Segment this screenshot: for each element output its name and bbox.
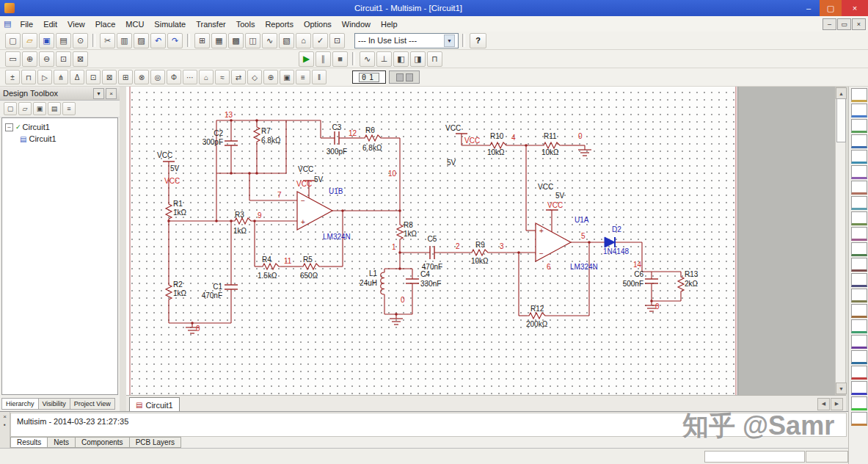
resistor-r2[interactable]: [166, 283, 172, 302]
open-button[interactable]: ▱: [22, 33, 37, 48]
menu-options[interactable]: Options: [299, 16, 337, 32]
mcu-module-button[interactable]: ▣: [280, 70, 294, 84]
new-button[interactable]: ▢: [5, 33, 21, 48]
help-button[interactable]: ?: [470, 33, 486, 48]
create-component-button[interactable]: ◫: [245, 33, 260, 48]
inductor-l1[interactable]: [381, 272, 384, 294]
resistor-r4[interactable]: [260, 264, 281, 269]
rename-document-button[interactable]: ≡: [62, 102, 76, 115]
mdi-close-button[interactable]: ×: [852, 18, 866, 30]
basic-button[interactable]: ⊓: [21, 70, 36, 84]
distortion-analyzer-icon[interactable]: [851, 258, 867, 272]
panel-splitter[interactable]: [120, 87, 126, 411]
open-document-button[interactable]: ▱: [18, 102, 32, 115]
tab-hierarchy[interactable]: Hierarchy: [1, 398, 39, 410]
labview-instrument-icon[interactable]: [851, 381, 867, 395]
diode-d2[interactable]: [605, 237, 615, 247]
menu-edit[interactable]: Edit: [38, 16, 62, 32]
postprocess-view-button[interactable]: ◧: [393, 51, 409, 67]
redo-button[interactable]: ↷: [167, 33, 183, 48]
toggle-spreadsheet-view-button[interactable]: ▦: [211, 33, 227, 48]
spectrum-analyzer-icon[interactable]: [851, 273, 867, 287]
select-window-button[interactable]: ▭: [5, 51, 21, 67]
menu-window[interactable]: Window: [337, 16, 376, 32]
tektronix-oscilloscope-icon[interactable]: [851, 350, 867, 364]
mdi-minimize-button[interactable]: –: [823, 18, 836, 30]
tab-pcb-layers[interactable]: PCB Layers: [129, 437, 181, 448]
dropdown-arrow-icon[interactable]: ▼: [444, 35, 455, 47]
resistor-r12[interactable]: [527, 313, 547, 319]
menu-transfer[interactable]: Transfer: [191, 16, 231, 32]
scroll-up-icon[interactable]: ▲: [836, 87, 847, 99]
database-manager-button[interactable]: ▩: [228, 33, 244, 48]
four-channel-oscilloscope-icon[interactable]: [851, 150, 867, 164]
source-button[interactable]: ±: [5, 70, 20, 84]
zoom-out-button[interactable]: ⊖: [39, 51, 54, 67]
tree-item-circuit1-root[interactable]: – ✓ Circuit1: [2, 121, 117, 133]
simulation-log-button[interactable]: ◨: [410, 51, 426, 67]
menu-file[interactable]: File: [15, 16, 38, 32]
vertical-scrollbar[interactable]: ▲ ▼: [835, 87, 846, 395]
resistor-r9[interactable]: [470, 250, 490, 255]
transistor-button[interactable]: ⋔: [54, 70, 68, 84]
tree-item-circuit1-page[interactable]: ▤ Circuit1: [2, 133, 117, 145]
undo-button[interactable]: ↶: [150, 33, 166, 48]
zoom-fit-button[interactable]: ⊠: [73, 51, 88, 67]
tab-results[interactable]: Results: [10, 437, 48, 448]
logic-converter-icon[interactable]: [851, 227, 867, 241]
postprocessor-button[interactable]: ⌂: [296, 33, 311, 48]
measurement-probe-icon[interactable]: [851, 366, 867, 380]
tab-scroll-left-icon[interactable]: ◀: [817, 398, 830, 410]
pause-simulation-button[interactable]: ∥: [316, 51, 331, 67]
hierarchical-block-button[interactable]: ≡: [296, 70, 310, 84]
analog-button[interactable]: Δ: [70, 70, 84, 84]
bode-plotter-icon[interactable]: [851, 165, 867, 179]
analyses-button[interactable]: ▧: [279, 33, 294, 48]
toggle-design-toolbox-button[interactable]: ⊞: [194, 33, 210, 48]
bus-button[interactable]: ‖: [312, 70, 327, 84]
indicator-button[interactable]: ◎: [150, 70, 165, 84]
resistor-r8[interactable]: [397, 222, 403, 242]
simulation-settings-button[interactable]: ⊓: [427, 51, 442, 67]
tab-project-view[interactable]: Project View: [70, 398, 115, 410]
tab-nets[interactable]: Nets: [47, 437, 76, 448]
save-document-button[interactable]: ▣: [33, 102, 46, 115]
power-component-button[interactable]: Φ: [167, 70, 181, 84]
tab-visibility[interactable]: Visibility: [38, 398, 70, 410]
misc-digital-button[interactable]: ⊞: [118, 70, 133, 84]
copy-button[interactable]: ▥: [117, 33, 132, 48]
word-generator-icon[interactable]: [851, 196, 867, 210]
tree-root-label[interactable]: Circuit1: [23, 123, 50, 131]
cmos-button[interactable]: ⊠: [102, 70, 117, 84]
frequency-counter-icon[interactable]: [851, 181, 867, 195]
tree-expander-icon[interactable]: –: [5, 123, 13, 131]
agilent-function-generator-icon[interactable]: [851, 304, 867, 318]
run-simulation-button[interactable]: ▶: [299, 51, 314, 67]
menu-view[interactable]: View: [62, 16, 90, 32]
rf-button[interactable]: ≈: [215, 70, 230, 84]
mixed-button[interactable]: ⊗: [134, 70, 149, 84]
logic-analyzer-icon[interactable]: [851, 211, 867, 225]
minimize-button[interactable]: –: [798, 0, 820, 16]
new-document-button[interactable]: ▢: [4, 102, 17, 115]
paste-button[interactable]: ▨: [134, 33, 149, 48]
ni-elvis-icon[interactable]: [851, 396, 867, 410]
spreadsheet-close-icon[interactable]: ×: [3, 413, 7, 420]
print-preview-button[interactable]: ⊙: [73, 33, 88, 48]
measurement-probe-button[interactable]: ⊥: [376, 51, 392, 67]
pause-switch[interactable]: [389, 70, 420, 84]
grapher-button[interactable]: ∿: [262, 33, 277, 48]
resistor-r5[interactable]: [301, 264, 321, 269]
save-button[interactable]: ▣: [39, 33, 54, 48]
close-document-button[interactable]: ▤: [48, 102, 61, 115]
live-analysis-button[interactable]: ∿: [360, 51, 375, 67]
resistor-r1[interactable]: [166, 202, 172, 221]
mdi-restore-button[interactable]: ▭: [837, 18, 851, 30]
electrical-rules-check-button[interactable]: ✓: [313, 33, 328, 48]
resistor-r6[interactable]: [362, 135, 383, 141]
print-button[interactable]: ▤: [56, 33, 71, 48]
ni-component-button[interactable]: ◇: [247, 70, 262, 84]
capture-area-button[interactable]: ⊡: [329, 33, 345, 48]
resistor-r7[interactable]: [254, 125, 260, 144]
panel-close-icon[interactable]: ×: [106, 88, 117, 99]
